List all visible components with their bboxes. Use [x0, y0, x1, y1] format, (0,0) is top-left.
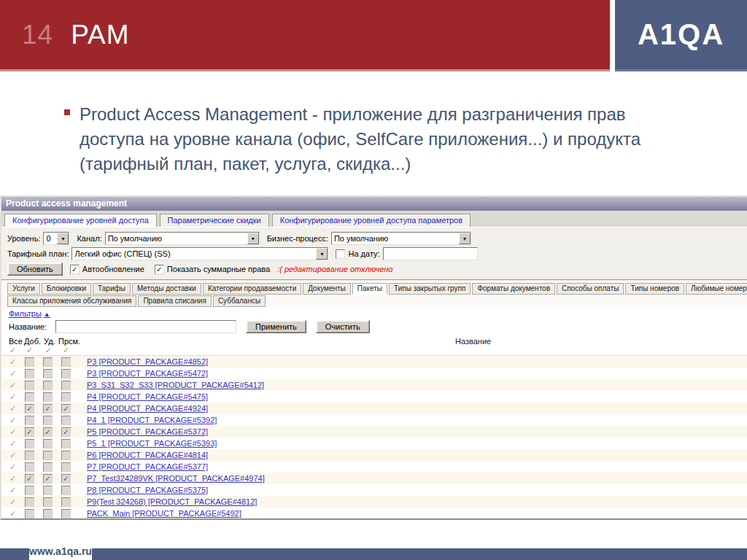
- row-del-checkbox[interactable]: ✓: [43, 427, 53, 437]
- row-del-checkbox[interactable]: [43, 509, 53, 518]
- category-tab[interactable]: Типы закрытых групп: [389, 283, 471, 295]
- category-tab[interactable]: Классы приложения обслуживания: [7, 295, 136, 307]
- date-checkbox[interactable]: [336, 249, 345, 259]
- dropdown-arrow-icon[interactable]: ▼: [459, 233, 471, 244]
- row-view-checkbox[interactable]: ✓: [61, 404, 71, 413]
- main-tab[interactable]: Конфигурирование уровней доступа: [4, 214, 157, 227]
- row-add-checkbox[interactable]: [25, 497, 34, 507]
- package-link[interactable]: P9(Test 324268) [PRODUCT_PACKAGE#4812]: [87, 497, 257, 506]
- package-link[interactable]: P3_S31_S32_S33 [PRODUCT_PACKAGE#5412]: [87, 381, 264, 389]
- main-tab-bar: Конфигурирование уровней доступаПараметр…: [1, 211, 747, 228]
- name-filter-label: Название:: [9, 322, 55, 331]
- dropdown-arrow-icon[interactable]: ▼: [247, 233, 259, 244]
- main-tab[interactable]: Параметрические скидки: [160, 214, 269, 227]
- row-del-checkbox[interactable]: ✓: [43, 474, 53, 483]
- row-add-checkbox[interactable]: ✓: [25, 427, 34, 437]
- category-tab[interactable]: Суббалансы: [213, 295, 266, 307]
- row-view-checkbox[interactable]: ✓: [61, 474, 71, 483]
- row-add-checkbox[interactable]: [25, 462, 34, 472]
- category-tab[interactable]: Форматы документов: [472, 283, 555, 295]
- summary-rights-checkbox[interactable]: ✓: [155, 265, 164, 274]
- level-select[interactable]: 0 ▼: [43, 232, 69, 245]
- dropdown-arrow-icon[interactable]: ▼: [316, 248, 328, 260]
- row-del-checkbox[interactable]: [43, 357, 53, 367]
- category-tab[interactable]: Способы оплаты: [557, 283, 624, 295]
- category-tab[interactable]: Типы номеров: [625, 283, 684, 295]
- name-filter-input[interactable]: [55, 320, 236, 333]
- package-link[interactable]: PACK_Main [PRODUCT_PACKAGE#5492]: [87, 509, 241, 518]
- category-tab[interactable]: Категории продаваемости: [203, 283, 301, 295]
- category-tab[interactable]: Любимые номера: [686, 283, 747, 295]
- row-add-checkbox[interactable]: [25, 509, 34, 518]
- check-icon[interactable]: ✓: [63, 346, 69, 355]
- package-link[interactable]: P3 [PRODUCT_PACKAGE#4852]: [87, 357, 208, 366]
- row-view-checkbox[interactable]: [61, 357, 71, 367]
- channel-select[interactable]: По умолчанию ▼: [105, 232, 260, 245]
- category-tab[interactable]: Документы: [303, 283, 351, 295]
- clear-button[interactable]: Очистить: [316, 320, 370, 333]
- process-select[interactable]: По умолчанию ▼: [331, 232, 471, 245]
- row-add-checkbox[interactable]: ✓: [25, 474, 34, 483]
- row-view-checkbox[interactable]: [61, 392, 71, 402]
- row-del-checkbox[interactable]: [43, 416, 53, 425]
- row-add-checkbox[interactable]: ✓: [25, 404, 34, 413]
- row-del-checkbox[interactable]: [43, 451, 53, 460]
- row-del-checkbox[interactable]: [43, 462, 53, 472]
- row-del-checkbox[interactable]: [43, 392, 53, 402]
- package-link[interactable]: P5_1 [PRODUCT_PACKAGE#5393]: [87, 439, 217, 448]
- row-add-checkbox[interactable]: [25, 439, 34, 448]
- dropdown-arrow-icon[interactable]: ▼: [57, 233, 69, 244]
- row-add-checkbox[interactable]: [25, 416, 34, 425]
- package-link[interactable]: P4 [PRODUCT_PACKAGE#5475]: [87, 392, 208, 401]
- row-del-checkbox[interactable]: [43, 486, 53, 495]
- row-add-checkbox[interactable]: [25, 486, 34, 495]
- package-link[interactable]: P4 [PRODUCT_PACKAGE#4924]: [87, 404, 208, 413]
- row-view-checkbox[interactable]: [61, 416, 71, 425]
- package-link[interactable]: P7_Test324289VK [PRODUCT_PACKAGE#4974]: [87, 474, 265, 483]
- refresh-button[interactable]: Обновить: [7, 262, 63, 276]
- row-view-checkbox[interactable]: [61, 462, 71, 472]
- check-icon[interactable]: ✓: [9, 346, 16, 355]
- filters-toggle-link[interactable]: Фильтры▲: [9, 309, 50, 318]
- package-link[interactable]: P5 [PRODUCT_PACKAGE#5372]: [87, 427, 208, 436]
- row-del-checkbox[interactable]: [43, 439, 53, 448]
- row-add-checkbox[interactable]: [25, 357, 34, 367]
- apply-button[interactable]: Применить: [246, 320, 306, 333]
- date-input[interactable]: [383, 247, 478, 260]
- package-link[interactable]: P7 [PRODUCT_PACKAGE#5377]: [87, 462, 208, 471]
- row-add-checkbox[interactable]: [25, 392, 34, 402]
- row-view-checkbox[interactable]: [61, 381, 71, 390]
- process-select-value: По умолчанию: [332, 234, 459, 243]
- row-view-checkbox[interactable]: [61, 451, 71, 460]
- package-link[interactable]: P4_1 [PRODUCT_PACKAGE#5392]: [87, 416, 217, 424]
- row-add-checkbox[interactable]: [25, 369, 34, 378]
- main-tab[interactable]: Конфигурирование уровней доступа парамет…: [272, 214, 471, 227]
- row-all-check-icon: ✓: [9, 462, 16, 472]
- row-add-checkbox[interactable]: [25, 451, 34, 460]
- check-icon[interactable]: ✓: [45, 346, 52, 355]
- tariff-select[interactable]: Легкий офис (СПЕЦ) (SS) ▼: [71, 247, 328, 260]
- row-view-checkbox[interactable]: ✓: [61, 427, 71, 437]
- category-tab[interactable]: Услуги: [7, 283, 40, 295]
- row-del-checkbox[interactable]: [43, 369, 53, 378]
- row-view-checkbox[interactable]: [61, 439, 71, 448]
- category-tab[interactable]: Тарифы: [93, 283, 131, 295]
- row-del-checkbox[interactable]: ✓: [43, 404, 53, 413]
- category-tab[interactable]: Методы доставки: [132, 283, 201, 295]
- row-add-checkbox[interactable]: [25, 381, 34, 390]
- category-tab[interactable]: Блокировки: [42, 283, 91, 295]
- package-link[interactable]: P3 [PRODUCT_PACKAGE#5472]: [87, 369, 208, 378]
- row-view-checkbox[interactable]: [61, 497, 71, 507]
- row-view-checkbox[interactable]: [61, 509, 71, 518]
- row-view-checkbox[interactable]: [61, 369, 71, 378]
- package-link[interactable]: P8 [PRODUCT_PACKAGE#5375]: [87, 486, 208, 494]
- row-view-checkbox[interactable]: [61, 486, 71, 495]
- row-del-checkbox[interactable]: [43, 381, 53, 390]
- row-del-checkbox[interactable]: [43, 497, 53, 507]
- autorefresh-checkbox[interactable]: ✓: [70, 265, 80, 274]
- category-tab[interactable]: Пакеты: [352, 283, 387, 295]
- category-tab[interactable]: Правила списания: [138, 295, 211, 307]
- bullet-line: Product Access Management - приложение д…: [80, 102, 640, 127]
- package-link[interactable]: P6 [PRODUCT_PACKAGE#4814]: [87, 451, 208, 459]
- check-icon[interactable]: ✓: [26, 346, 33, 355]
